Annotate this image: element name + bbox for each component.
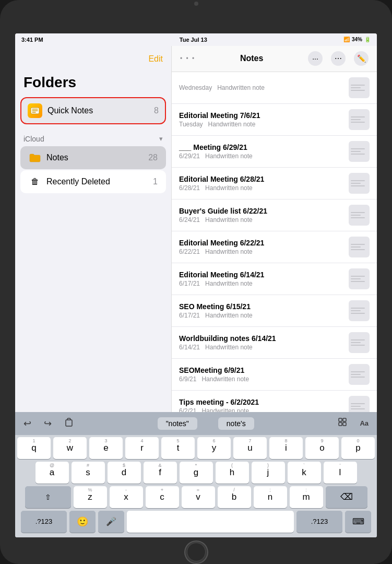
ipad-frame: 3:41 PM Tue Jul 13 📶 34% 🔋 Edit Folders: [0, 0, 392, 564]
key-f[interactable]: &f: [144, 462, 177, 484]
keyboard-dismiss-key[interactable]: ⌨: [345, 511, 371, 533]
list-item[interactable]: Tips meeting - 6/2/2021 6/2/21 Handwritt…: [172, 391, 377, 412]
quick-notes-item[interactable]: Quick Notes 8: [20, 97, 166, 124]
notes-panel-title: Notes: [195, 54, 308, 63]
note-thumbnail: [349, 109, 370, 130]
shift-key[interactable]: ⇧: [25, 486, 71, 508]
note-meta: Tuesday Handwritten note: [179, 121, 343, 128]
key-m[interactable]: :m: [290, 486, 323, 508]
num-toggle-key[interactable]: .?123: [21, 511, 67, 533]
recently-deleted-count: 1: [153, 177, 158, 186]
list-item[interactable]: ___ Meeting 6/29/21 6/29/21 Handwritten …: [172, 136, 377, 168]
home-button[interactable]: [184, 540, 208, 564]
compose-button[interactable]: ✏️: [354, 51, 369, 66]
key-n[interactable]: ;n: [254, 486, 287, 508]
key-s[interactable]: #s: [72, 462, 105, 484]
quick-notes-icon: [28, 103, 42, 118]
notes-folder-label: Notes: [46, 153, 148, 162]
key-w[interactable]: 2w: [53, 437, 87, 459]
key-p[interactable]: 0p: [341, 437, 375, 459]
key-row-2: @a #s $d &f *g (h )j `k 'l: [17, 462, 375, 484]
note-title: Worldbuilding notes 6/14/21: [179, 334, 343, 343]
keyboard-suggestions: "notes" note's: [82, 417, 329, 430]
key-o[interactable]: 9o: [305, 437, 339, 459]
key-h[interactable]: (h: [216, 462, 249, 484]
key-z[interactable]: %z: [74, 486, 107, 508]
edit-button[interactable]: Edit: [148, 54, 163, 64]
suggestion-1[interactable]: "notes": [158, 417, 197, 430]
list-item[interactable]: Buyer's Guide list 6/22/21 6/24/21 Handw…: [172, 199, 377, 231]
list-item[interactable]: Worldbuilding notes 6/14/21 6/14/21 Hand…: [172, 327, 377, 359]
undo-button[interactable]: ↩: [19, 416, 35, 431]
more-options-button[interactable]: ···: [308, 51, 323, 66]
note-thumbnail: [349, 173, 370, 194]
note-meta: 6/24/21 Handwritten note: [179, 216, 343, 224]
redo-button[interactable]: ↪: [40, 416, 56, 431]
note-title: SEOMeeting 6/9/21: [179, 366, 343, 374]
notes-folder-icon: [29, 151, 41, 164]
list-item[interactable]: SEOMeeting 6/9/21 6/9/21 Handwritten not…: [172, 359, 377, 391]
suggestion-2[interactable]: note's: [218, 417, 254, 430]
icloud-header[interactable]: iCloud ▾: [15, 133, 171, 145]
notes-top-bar-icons: ··· ⋯ ✏️: [308, 51, 369, 66]
key-x[interactable]: -x: [110, 486, 143, 508]
notes-list: Wednesday Handwritten note Editorial Mee…: [172, 72, 377, 412]
compose-icon: ✏️: [357, 54, 366, 63]
paste-button[interactable]: [60, 415, 78, 431]
key-b[interactable]: /b: [218, 486, 251, 508]
key-d[interactable]: $d: [108, 462, 141, 484]
notes-top-bar: • • • Notes ··· ⋯ ✏️: [172, 46, 377, 72]
list-item[interactable]: Editorial Meeting 6/28/21 6/28/21 Handwr…: [172, 168, 377, 199]
key-q[interactable]: 1q: [17, 437, 51, 459]
key-t[interactable]: 5t: [161, 437, 195, 459]
key-row-4: .?123 🙂 🎤 .?123 ⌨: [17, 511, 375, 533]
key-v[interactable]: =v: [182, 486, 215, 508]
icloud-chevron-icon: ▾: [159, 135, 163, 143]
emoji-key[interactable]: 🙂: [69, 511, 96, 533]
note-thumbnail: [349, 141, 370, 162]
space-key[interactable]: [127, 511, 294, 533]
svg-rect-6: [343, 418, 346, 421]
list-item[interactable]: Editorial Meeting 6/14/21 6/17/21 Handwr…: [172, 263, 377, 295]
note-info: Buyer's Guide list 6/22/21 6/24/21 Handw…: [179, 207, 343, 224]
recently-deleted-item[interactable]: 🗑 Recently Deleted 1: [20, 170, 166, 193]
key-l[interactable]: 'l: [324, 462, 357, 484]
home-button-inner: [187, 543, 206, 561]
key-u[interactable]: 7u: [233, 437, 267, 459]
key-row-1: 1q 2w 3e 4r 5t 6y 7u 8i 9o 0p: [17, 437, 375, 459]
list-item[interactable]: Wednesday Handwritten note: [172, 72, 377, 104]
key-g[interactable]: *g: [180, 462, 213, 484]
note-info: Wednesday Handwritten note: [179, 84, 343, 91]
note-meta: 6/29/21 Handwritten note: [179, 152, 343, 160]
note-title: Editorial Meeting 6/14/21: [179, 271, 343, 279]
note-meta: 6/9/21 Handwritten note: [179, 375, 343, 383]
note-info: Editorial Meeting 6/14/21 6/17/21 Handwr…: [179, 271, 343, 287]
note-title: Tips meeting - 6/2/2021: [179, 398, 343, 406]
key-k[interactable]: `k: [288, 462, 321, 484]
notes-folder-item[interactable]: Notes 28: [20, 146, 166, 169]
ipad-top-bar: [0, 0, 392, 7]
key-r[interactable]: 4r: [125, 437, 159, 459]
key-c[interactable]: +c: [146, 486, 179, 508]
note-meta: 6/2/21 Handwritten note: [179, 407, 343, 412]
backspace-key[interactable]: ⌫: [326, 486, 367, 508]
list-item[interactable]: SEO Meeting 6/15/21 6/17/21 Handwritten …: [172, 295, 377, 327]
key-i[interactable]: 8i: [269, 437, 303, 459]
list-item[interactable]: Editorial Meeting 7/6/21 Tuesday Handwri…: [172, 104, 377, 136]
sort-button[interactable]: ⋯: [331, 51, 346, 66]
font-size-button[interactable]: Aa: [355, 415, 373, 431]
note-meta: 6/17/21 Handwritten note: [179, 280, 343, 287]
note-info: SEO Meeting 6/15/21 6/17/21 Handwritten …: [179, 302, 343, 319]
key-a[interactable]: @a: [35, 462, 69, 484]
status-right: 📶 34% 🔋: [343, 37, 371, 42]
mic-key[interactable]: 🎤: [98, 511, 124, 533]
list-item[interactable]: Editorial Meeting 6/22/21 6/22/21 Handwr…: [172, 231, 377, 263]
icloud-label: iCloud: [23, 135, 44, 143]
grid-view-button[interactable]: [334, 415, 351, 431]
num-toggle-key-right[interactable]: .?123: [296, 511, 342, 533]
key-y[interactable]: 6y: [197, 437, 231, 459]
note-thumbnail: [349, 268, 370, 289]
key-e[interactable]: 3e: [89, 437, 123, 459]
note-info: Editorial Meeting 7/6/21 Tuesday Handwri…: [179, 111, 343, 128]
key-j[interactable]: )j: [252, 462, 285, 484]
